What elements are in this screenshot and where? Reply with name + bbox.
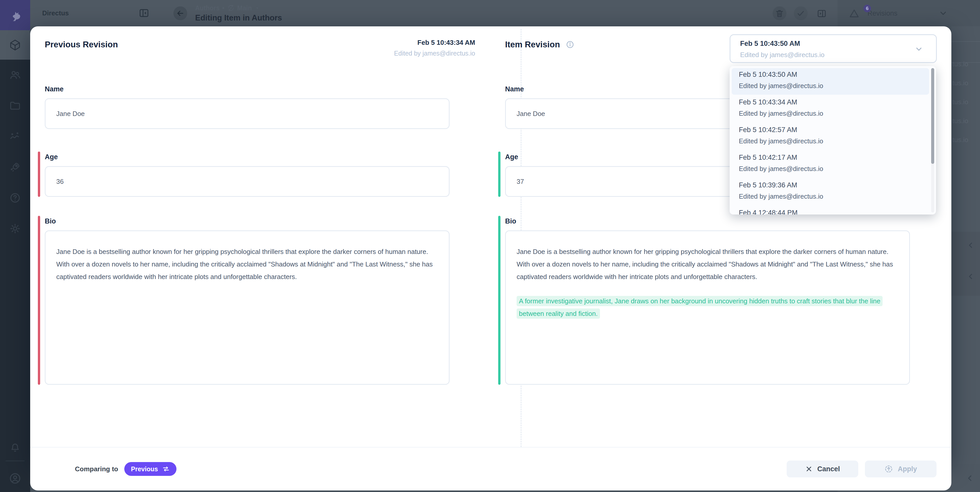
modal-footer: Comparing to Previous Cancel Apply <box>30 447 951 490</box>
drawer-section-band <box>951 232 980 296</box>
drawer-row-fragment: tus.io <box>952 60 968 68</box>
previous-bio-field: Bio Jane Doe is a bestselling author kno… <box>45 217 450 385</box>
compare-target-chip-label: Previous <box>131 465 158 473</box>
page-title: Editing Item in Authors <box>195 13 282 22</box>
check-icon <box>796 9 805 18</box>
module-item-marketplace[interactable] <box>0 153 30 181</box>
revisions-icon: 6 <box>848 8 860 19</box>
drawer-divider <box>951 41 980 42</box>
current-bio-input[interactable]: Jane Doe is a bestselling author known f… <box>505 230 910 385</box>
module-item-settings[interactable] <box>0 214 30 243</box>
revision-option-editor: Edited by james@directus.io <box>739 82 823 90</box>
help-icon <box>9 192 21 204</box>
current-bio-added-block: A former investigative journalist, Jane … <box>517 295 899 320</box>
panel-collapse-icon <box>138 7 150 19</box>
revision-option-editor: Edited by james@directus.io <box>739 137 823 145</box>
apply-button-label: Apply <box>898 465 917 473</box>
current-bio-text: Jane Doe is a bestselling author known f… <box>517 248 893 281</box>
revision-select-subvalue: Edited by james@directus.io <box>740 51 824 59</box>
cancel-button[interactable]: Cancel <box>787 460 858 478</box>
insights-icon <box>9 131 21 142</box>
breadcrumb-separator: • <box>222 4 224 12</box>
revision-select-trigger[interactable]: Feb 5 10:43:50 AM Edited by james@direct… <box>730 34 937 63</box>
module-item-users[interactable] <box>0 61 30 89</box>
changed-field-accent-red <box>38 152 40 197</box>
previous-revision-title: Previous Revision <box>45 40 118 50</box>
screen: Directus Authors • Main Editing Item in … <box>0 0 980 492</box>
compare-target-chip[interactable]: Previous <box>124 462 177 476</box>
revision-option-editor: Edited by james@directus.io <box>739 165 823 173</box>
brand-title: Directus <box>42 9 69 17</box>
info-icon[interactable] <box>566 40 574 49</box>
avatar-icon <box>9 472 21 485</box>
module-item-files[interactable] <box>0 92 30 120</box>
directus-logo[interactable] <box>0 0 30 30</box>
notifications-button[interactable] <box>0 433 30 461</box>
previous-name-input[interactable]: Jane Doe <box>45 98 450 129</box>
item-revision-title: Item Revision <box>505 40 574 50</box>
module-item-content-active[interactable] <box>0 30 30 60</box>
changed-field-accent-green <box>498 152 501 197</box>
revision-option-time: Feb 4 12:48:44 PM <box>739 209 798 214</box>
revision-option[interactable]: Feb 5 10:39:36 AM Edited by james@direct… <box>732 179 929 205</box>
item-revision-title-text: Item Revision <box>505 40 560 50</box>
changed-field-accent-green <box>498 216 501 385</box>
bell-icon <box>9 441 21 453</box>
chevron-down-icon[interactable] <box>939 9 948 18</box>
close-icon <box>805 465 813 473</box>
apply-button[interactable]: Apply <box>865 460 937 478</box>
previous-revision-editor: Edited by james@directus.io <box>394 50 475 57</box>
collapse-sidebar-button[interactable] <box>138 7 150 19</box>
cancel-button-label: Cancel <box>817 465 840 473</box>
revision-option-time: Feb 5 10:43:34 AM <box>739 98 797 106</box>
users-icon <box>9 69 21 81</box>
delete-item-button[interactable] <box>773 6 786 20</box>
previous-bio-text: Jane Doe is a bestselling author known f… <box>56 248 433 281</box>
previous-age-field: Age 36 <box>45 153 450 197</box>
breadcrumb-collection: Authors <box>195 4 220 12</box>
swap-icon <box>162 465 170 473</box>
chevron-left-icon[interactable] <box>966 241 975 249</box>
revision-option-selected[interactable]: Feb 5 10:43:50 AM Edited by james@direct… <box>732 68 929 95</box>
revision-option-time: Feb 5 10:42:57 AM <box>739 126 797 134</box>
current-age-value: 37 <box>517 178 524 185</box>
revision-option[interactable]: Feb 4 12:48:44 PM Edited by james@direct… <box>732 206 929 214</box>
revision-option[interactable]: Feb 5 10:42:57 AM Edited by james@direct… <box>732 123 929 150</box>
comparing-to-label: Comparing to <box>75 465 118 473</box>
module-item-insights[interactable] <box>0 122 30 150</box>
version-sync-icon <box>227 4 235 12</box>
previous-revision-meta: Feb 5 10:43:34 AM Edited by james@direct… <box>394 39 475 57</box>
revisions-label: Revisions <box>867 10 897 18</box>
revision-option-editor: Edited by james@directus.io <box>739 193 823 200</box>
current-bio-added-text: A former investigative journalist, Jane … <box>517 296 883 319</box>
back-button[interactable] <box>173 6 187 20</box>
previous-bio-label: Bio <box>45 217 450 225</box>
revisions-drawer-strip: tus.io tus.io tus.io tus.io tus.io <box>951 26 980 464</box>
previous-name-label: Name <box>45 85 450 93</box>
previous-name-field: Name Jane Doe <box>45 85 450 129</box>
previous-age-input[interactable]: 36 <box>45 166 450 197</box>
module-bar-divider <box>6 460 25 461</box>
current-bio-field: Bio Jane Doe is a bestselling author kno… <box>505 217 910 385</box>
module-item-help[interactable] <box>0 184 30 212</box>
previous-revision-title-text: Previous Revision <box>45 40 118 50</box>
revision-option[interactable]: Feb 5 10:42:17 AM Edited by james@direct… <box>732 151 929 178</box>
open-sidebar-button[interactable] <box>816 8 827 19</box>
changed-field-accent-red <box>38 216 40 385</box>
previous-bio-input[interactable]: Jane Doe is a bestselling author known f… <box>45 230 450 385</box>
revisions-drawer-header[interactable]: 6 Revisions <box>838 0 980 26</box>
collections-icon <box>0 31 30 59</box>
apply-revert-icon <box>885 465 893 473</box>
save-item-button[interactable] <box>794 6 808 20</box>
current-name-value: Jane Doe <box>517 110 545 118</box>
chevron-left-icon[interactable] <box>966 272 975 281</box>
arrow-left-icon <box>176 9 185 18</box>
dropdown-scrollbar-thumb[interactable] <box>931 68 934 164</box>
user-avatar-button[interactable] <box>0 464 30 492</box>
revision-option[interactable]: Feb 5 10:43:34 AM Edited by james@direct… <box>732 96 929 122</box>
revision-option-editor: Edited by james@directus.io <box>739 110 823 118</box>
breadcrumb[interactable]: Authors • Main <box>195 4 260 12</box>
revision-dropdown-menu: Feb 5 10:43:50 AM Edited by james@direct… <box>730 66 936 214</box>
chevron-left-icon[interactable] <box>965 474 974 483</box>
current-bio-label: Bio <box>505 217 910 225</box>
